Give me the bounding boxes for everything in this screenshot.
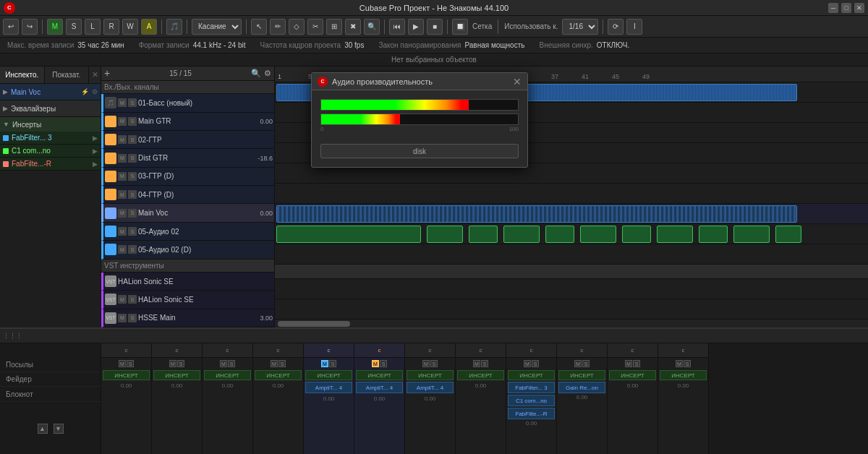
ch7-m-btn[interactable]: M [422, 360, 430, 367]
ch6-plugin-slot[interactable]: AmpliT... 4 [356, 382, 403, 393]
mix-up-btn[interactable]: ▲ [38, 424, 48, 434]
punch-in-btn[interactable]: I [626, 19, 642, 35]
track-row-bass[interactable]: 🎵 M S 01-Басс (новый) [101, 94, 274, 112]
ch6-m-btn[interactable]: M [372, 360, 379, 367]
track-m-bass[interactable]: M [118, 98, 127, 107]
track-m-main-gtr[interactable]: M [118, 117, 127, 126]
ch12-m-btn[interactable]: M [676, 360, 683, 367]
ch4-s-btn[interactable]: S [278, 360, 286, 367]
track-m-hsse[interactable]: M [118, 314, 127, 322]
ch1-m-btn[interactable]: M [119, 360, 126, 367]
ch9-plugin-1[interactable]: FabFilter... 3 [508, 382, 555, 393]
track-s-dist-gtr[interactable]: S [128, 154, 137, 163]
ch4-m-btn[interactable]: M [271, 360, 278, 367]
undo-btn[interactable]: ↩ [3, 19, 19, 35]
inserts-header[interactable]: ▼ Инсерты [0, 117, 101, 132]
tool-draw[interactable]: ✏ [270, 19, 286, 35]
ch5-plugin-slot[interactable]: AmpliT... 4 [305, 382, 352, 393]
blocks-label[interactable]: Блокнот [0, 387, 101, 401]
track-s-main-voc[interactable]: S [128, 209, 137, 218]
track-row-02-gtr[interactable]: M S 02-ГТР [101, 131, 274, 149]
track-m-dist-gtr[interactable]: M [118, 154, 127, 163]
track-m-04-gtr-d[interactable]: M [118, 190, 127, 199]
metronome-btn[interactable]: 🎵 [166, 19, 182, 35]
track-row-main-voc[interactable]: M S Main Voc 0.00 [101, 204, 274, 222]
track-s-main-gtr[interactable]: S [128, 117, 137, 126]
ch9-insert-bar[interactable]: ИНСЕРТ [508, 370, 555, 380]
track-row-dist-gtr[interactable]: M S Dist GTR -18.6 [101, 149, 274, 167]
ch3-s-btn[interactable]: S [228, 360, 235, 367]
s-button[interactable]: S [66, 19, 82, 35]
ch2-insert-bar[interactable]: ИНСЕРТ [153, 370, 200, 380]
ch1-insert-bar[interactable]: ИНСЕРТ [103, 370, 150, 380]
track-m-audio-02[interactable]: M [118, 227, 127, 236]
track-row-halion-1[interactable]: VST HALion Sonic SE [101, 273, 274, 291]
ch5-s-btn[interactable]: S [329, 360, 336, 367]
mix-down-btn[interactable]: ▼ [54, 424, 64, 434]
insert-edit-1[interactable]: ▶ [93, 134, 98, 142]
track-m-02-gtr[interactable]: M [118, 135, 127, 144]
disk-btn[interactable]: disk [320, 144, 519, 158]
track-s-halion-2[interactable]: S [128, 295, 137, 304]
ch7-plugin-slot[interactable]: AmpliT... 4 [407, 382, 454, 393]
ch3-insert-bar[interactable]: ИНСЕРТ [204, 370, 251, 380]
ch9-s-btn[interactable]: S [532, 360, 539, 367]
l-button[interactable]: L [85, 19, 101, 35]
transport-play[interactable]: ▶ [408, 19, 424, 35]
ch5-m-btn[interactable]: M [321, 360, 328, 367]
ch9-m-btn[interactable]: M [524, 360, 531, 367]
tool-zoom[interactable]: 🔍 [364, 19, 380, 35]
insert-plugin-3[interactable]: FabFilte...-R ▶ [0, 158, 101, 171]
track-row-main-gtr[interactable]: M S Main GTR 0.00 [101, 113, 274, 131]
ch2-m-btn[interactable]: M [169, 360, 176, 367]
ch3-m-btn[interactable]: M [220, 360, 227, 367]
track-s-04-gtr-d[interactable]: S [128, 190, 137, 199]
insert-plugin-1[interactable]: FabFilter... 3 ▶ [0, 132, 101, 145]
m-button[interactable]: M [47, 19, 63, 35]
ch9-plugin-3[interactable]: FabFilte...-R [508, 408, 555, 419]
ch12-s-btn[interactable]: S [684, 360, 691, 367]
track-menu-btn[interactable]: ⚙ [264, 69, 271, 78]
transport-stop[interactable]: ■ [427, 19, 443, 35]
sends-label[interactable]: Посылы [0, 358, 101, 372]
maximize-btn[interactable]: □ [841, 3, 851, 13]
tool-split[interactable]: ✂ [307, 19, 323, 35]
ch10-s-btn[interactable]: S [582, 360, 590, 367]
track-s-audio-02-d[interactable]: S [128, 245, 137, 254]
track-row-04-gtr-d[interactable]: M S 04-ГТР (D) [101, 186, 274, 204]
tool-glue[interactable]: ⊞ [326, 19, 342, 35]
loop-btn[interactable]: ⟳ [608, 19, 624, 35]
main-voc-power[interactable]: ⚡ [81, 88, 89, 95]
track-s-03-gtr-d[interactable]: S [128, 172, 137, 181]
tool-erase[interactable]: ◇ [289, 19, 305, 35]
ch10-insert-bar[interactable]: ИНСЕРТ [558, 370, 605, 380]
insert-plugin-2[interactable]: C1 com...no ▶ [0, 145, 101, 158]
main-voc-header[interactable]: ▶ Main Voc ⚡ ⚙ [0, 84, 101, 100]
ch2-s-btn[interactable]: S [177, 360, 184, 367]
transport-back[interactable]: ⏮ [389, 19, 405, 35]
snap-btn[interactable]: 🔲 [452, 19, 468, 35]
r-button[interactable]: R [103, 19, 119, 35]
ch1-s-btn[interactable]: S [127, 360, 134, 367]
tool-select[interactable]: ↖ [251, 19, 267, 35]
track-s-hsse[interactable]: S [128, 314, 137, 322]
ch11-m-btn[interactable]: M [625, 360, 632, 367]
main-voc-settings[interactable]: ⚙ [92, 88, 98, 95]
w-button[interactable]: W [122, 19, 138, 35]
ch10-plugin-1[interactable]: Gain Re...on [558, 382, 605, 393]
ch4-insert-bar[interactable]: ИНСЕРТ [255, 370, 302, 380]
ch8-m-btn[interactable]: M [473, 360, 480, 367]
touch-mode-select[interactable]: Касание [192, 19, 242, 35]
dialog-close-btn[interactable]: ✕ [513, 76, 522, 87]
track-m-03-gtr-d[interactable]: M [118, 172, 127, 181]
track-m-audio-02-d[interactable]: M [118, 245, 127, 254]
track-row-audio-02-d[interactable]: M S 05-Аудио 02 (D) [101, 241, 274, 259]
search-track-btn[interactable]: 🔍 [251, 69, 261, 78]
ch8-insert-bar[interactable]: ИНСЕРТ [457, 370, 504, 380]
ch10-m-btn[interactable]: M [574, 360, 582, 367]
insert-edit-2[interactable]: ▶ [93, 147, 98, 155]
ch9-plugin-2[interactable]: C1 com...no [508, 395, 555, 406]
inspector-close[interactable]: ✕ [89, 67, 101, 83]
ch7-s-btn[interactable]: S [430, 360, 438, 367]
track-s-02-gtr[interactable]: S [128, 135, 137, 144]
